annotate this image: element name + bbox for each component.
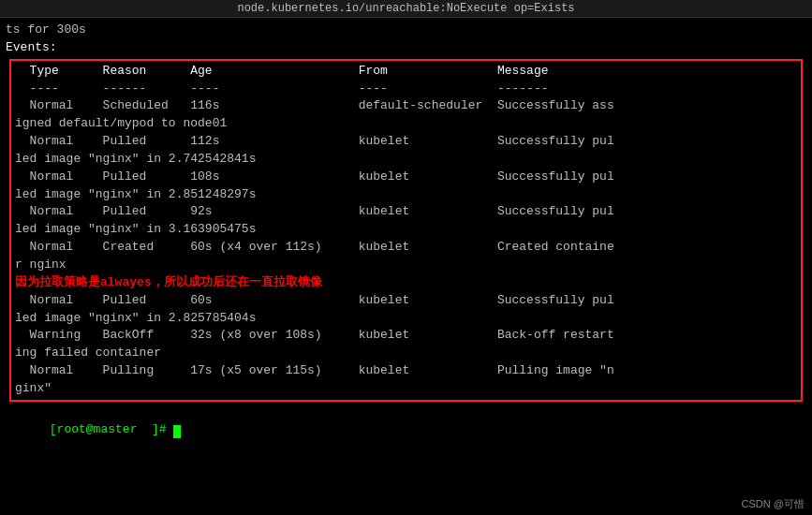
line-10b: ing failed container [15, 345, 797, 362]
cursor [173, 425, 181, 438]
line-11: Normal Pulling 17s (x5 over 115s) kubele… [15, 362, 797, 380]
line-11b: ginx" [15, 380, 797, 398]
bottom-bar: CSDN @可惜 [742, 497, 805, 511]
line-2: Events: [6, 39, 806, 57]
line-6: Normal Pulled 108s kubelet Successfully … [15, 169, 797, 186]
line-10: Warning BackOff 32s (x8 over 108s) kubel… [15, 327, 797, 345]
line-7: Normal Pulled 92s kubelet Successfully p… [15, 203, 797, 221]
line-5b: led image "nginx" in 2.742542841s [15, 151, 797, 169]
line-6b: led image "nginx" in 2.851248297s [15, 186, 797, 204]
line-header: Type Reason Age From Message [15, 63, 797, 81]
top-bar: node.kubernetes.io/unreachable:NoExecute… [0, 0, 812, 18]
annotation-line: 因为拉取策略是alwayes，所以成功后还在一直拉取镜像 [15, 274, 797, 292]
line-sep: ---- ------ ---- ---- ------- [15, 81, 797, 98]
watermark: CSDN @可惜 [742, 498, 805, 509]
content-area: ts for 300s Events: Type Reason Age From… [0, 18, 812, 460]
top-bar-text: node.kubernetes.io/unreachable:NoExecute… [237, 2, 574, 15]
line-9b: led image "nginx" in 2.825785404s [15, 310, 797, 328]
line-4b: igned default/mypod to node01 [15, 115, 797, 133]
line-1: ts for 300s [6, 22, 806, 39]
line-7b: led image "nginx" in 3.163905475s [15, 221, 797, 239]
events-box: Type Reason Age From Message ---- ------… [9, 59, 803, 402]
prompt-text: [root@master ]# [50, 422, 174, 436]
line-9: Normal Pulled 60s kubelet Successfully p… [15, 292, 797, 310]
line-8b: r nginx [15, 257, 797, 274]
prompt-line: [root@master ]# [6, 404, 806, 457]
terminal-window: node.kubernetes.io/unreachable:NoExecute… [0, 0, 812, 515]
line-4: Normal Scheduled 116s default-scheduler … [15, 97, 797, 115]
line-8: Normal Created 60s (x4 over 112s) kubele… [15, 239, 797, 257]
line-5: Normal Pulled 112s kubelet Successfully … [15, 133, 797, 151]
